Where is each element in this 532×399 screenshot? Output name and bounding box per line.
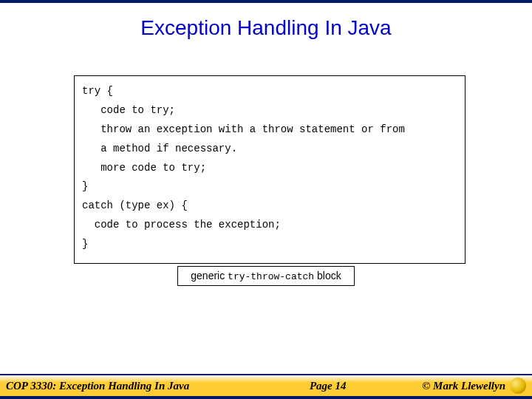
code-line: code to process the exception; (82, 216, 457, 235)
footer-author-wrap: © Mark Llewellyn (422, 378, 532, 394)
code-line: a method if necessary. (82, 140, 457, 159)
caption-box: generic try-throw-catch block (177, 266, 355, 286)
code-line: catch (type ex) { (82, 197, 457, 216)
ucf-logo-icon (510, 378, 526, 394)
code-line: } (82, 177, 457, 197)
code-line: } (82, 235, 457, 254)
code-line: try { (82, 82, 457, 101)
code-line: code to try; (82, 101, 457, 120)
code-line: more code to try; (82, 159, 457, 178)
footer: COP 3330: Exception Handling In Java Pag… (0, 374, 532, 399)
caption-mono: try-throw-catch (228, 271, 314, 282)
caption-prefix: generic (191, 270, 228, 282)
slide-title: Exception Handling In Java (0, 16, 532, 40)
code-line: throw an exception with a throw statemen… (82, 120, 457, 140)
code-box: try { code to try; throw an exception wi… (74, 75, 466, 264)
caption-suffix: block (314, 270, 341, 282)
footer-page: Page 14 (189, 380, 422, 392)
footer-course: COP 3330: Exception Handling In Java (0, 380, 189, 392)
footer-author: © Mark Llewellyn (422, 380, 505, 392)
